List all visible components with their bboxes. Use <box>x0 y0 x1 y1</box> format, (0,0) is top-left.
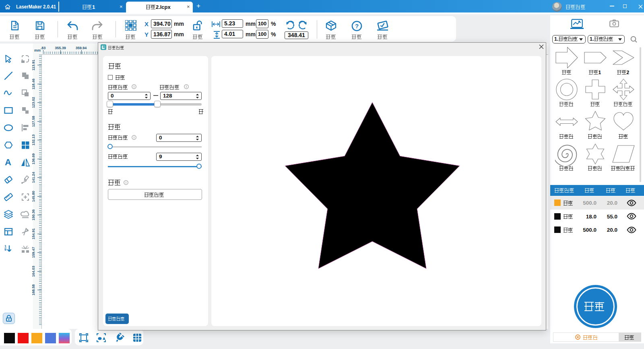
svg-text:?: ? <box>355 23 359 29</box>
